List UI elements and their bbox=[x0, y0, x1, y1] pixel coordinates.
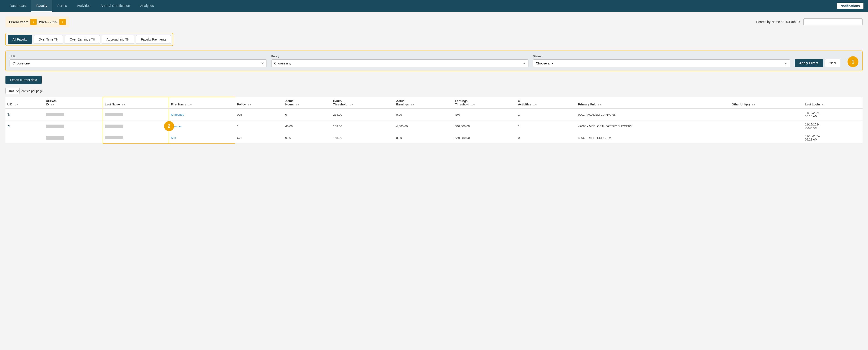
cell-earnings-threshold-3: $50,280.00 bbox=[453, 132, 516, 144]
search-input[interactable] bbox=[803, 19, 863, 25]
cell-firstname-3: Kim bbox=[169, 132, 235, 144]
cell-last-login-3: 11/15/202409:21 AM bbox=[803, 132, 863, 144]
cell-other-units-2 bbox=[730, 120, 803, 132]
navbar: Dashboard Faculty Forms Activities Annua… bbox=[0, 0, 868, 12]
status-filter-select[interactable]: Choose any bbox=[533, 59, 790, 67]
table-row: ↻ Thomas 2 1 40.00 168.00 4,000.00 $40,0… bbox=[5, 120, 863, 132]
nav-item-annual-certification[interactable]: Annual Certification bbox=[95, 0, 135, 12]
policy-filter-group: Policy: Choose any bbox=[271, 55, 528, 67]
unit-filter-select[interactable]: Choose one bbox=[9, 59, 267, 67]
cell-ucpath-3 bbox=[44, 132, 103, 144]
sort-uid-icon[interactable]: ▲▼ bbox=[14, 104, 18, 106]
page-body: Fiscal Year: ‹ 2024 - 2025 › Search by N… bbox=[0, 12, 868, 350]
col-other-units: Other Unit(s) ▲▼ bbox=[730, 97, 803, 109]
search-label: Search by Name or UCPath ID: bbox=[756, 20, 801, 24]
cell-activities-2: 1 bbox=[516, 120, 576, 132]
cell-lastname-3 bbox=[103, 132, 169, 144]
cell-uid-2: ↻ bbox=[5, 120, 44, 132]
cell-firstname-1: Kimberley bbox=[169, 109, 235, 120]
col-earnings-threshold: EarningsThreshold ▲▼ bbox=[453, 97, 516, 109]
fiscal-search-row: Fiscal Year: ‹ 2024 - 2025 › Search by N… bbox=[5, 17, 863, 27]
notifications-button[interactable]: Notifications bbox=[837, 3, 863, 9]
cell-ucpath-1 bbox=[44, 109, 103, 120]
sort-hours-threshold-icon[interactable]: ▲▼ bbox=[349, 104, 353, 106]
tab-over-earnings-th[interactable]: Over Earnings TH bbox=[65, 35, 100, 44]
col-actual-hours: ActualHours ▲▼ bbox=[284, 97, 331, 109]
fiscal-prev-button[interactable]: ‹ bbox=[30, 19, 37, 25]
cell-primary-unit-1: 0001 - ACADEMIC AFFAIRS bbox=[576, 109, 730, 120]
cell-actual-hours-3: 0.00 bbox=[284, 132, 331, 144]
entries-per-page-row: 102550100 entries per page bbox=[5, 88, 863, 94]
row-expand-icon-2[interactable]: ↻ bbox=[7, 124, 10, 128]
cell-actual-earnings-3: 0.00 bbox=[394, 132, 453, 144]
sort-last-login-icon[interactable]: ▼ bbox=[822, 104, 824, 106]
cell-policy-3: 671 bbox=[235, 132, 283, 144]
sort-firstname-icon[interactable]: ▲▼ bbox=[188, 104, 192, 106]
col-ucpath-id: UCPathID ▲▼ bbox=[44, 97, 103, 109]
cell-policy-1: 025 bbox=[235, 109, 283, 120]
nav-item-faculty[interactable]: Faculty bbox=[31, 0, 52, 12]
col-first-name: First Name ▲▼ bbox=[169, 97, 235, 109]
row-expand-icon-1[interactable]: ↻ bbox=[7, 113, 10, 117]
sort-other-units-icon[interactable]: ▲▼ bbox=[751, 104, 755, 106]
col-hours-threshold: HoursThreshold ▲▼ bbox=[331, 97, 394, 109]
fiscal-year-label: Fiscal Year: bbox=[9, 20, 28, 24]
entries-per-page-select[interactable]: 102550100 bbox=[5, 88, 20, 94]
cell-other-units-1 bbox=[730, 109, 803, 120]
sort-ucpath-icon[interactable]: ▲▼ bbox=[51, 104, 55, 106]
cell-lastname-1 bbox=[103, 109, 169, 120]
unit-filter-label: Unit: bbox=[9, 55, 267, 58]
cell-ucpath-2 bbox=[44, 120, 103, 132]
nav-item-analytics[interactable]: Analytics bbox=[135, 0, 159, 12]
tab-over-time-th[interactable]: Over Time TH bbox=[34, 35, 63, 44]
status-filter-group: Status: Choose any bbox=[533, 55, 790, 67]
table-row: Kim 671 0.00 168.00 0.00 $50,280.00 0 49… bbox=[5, 132, 863, 144]
faculty-table-wrap: UID ▲▼ UCPathID ▲▼ Last Name ▲▼ First Na… bbox=[5, 97, 863, 144]
nav-item-dashboard[interactable]: Dashboard bbox=[5, 0, 31, 12]
col-uid: UID ▲▼ bbox=[5, 97, 44, 109]
search-area: Search by Name or UCPath ID: bbox=[756, 19, 863, 25]
fiscal-next-button[interactable]: › bbox=[59, 19, 66, 25]
fiscal-year-value: 2024 - 2025 bbox=[39, 20, 57, 24]
apply-filters-button[interactable]: Apply Filters bbox=[795, 59, 823, 67]
cell-actual-earnings-1: 0.00 bbox=[394, 109, 453, 120]
sort-actual-hours-icon[interactable]: ▲▼ bbox=[296, 104, 300, 106]
nav-item-activities[interactable]: Activities bbox=[72, 0, 95, 12]
nav-item-forms[interactable]: Forms bbox=[52, 0, 72, 12]
col-actual-earnings: ActualEarnings ▲▼ bbox=[394, 97, 453, 109]
sort-primary-unit-icon[interactable]: ▲▼ bbox=[597, 104, 601, 106]
faculty-name-link-1[interactable]: Kimberley bbox=[171, 113, 184, 116]
tabs-row: All Faculty Over Time TH Over Earnings T… bbox=[5, 33, 173, 46]
faculty-name-link-3[interactable]: Kim bbox=[171, 136, 176, 139]
cell-actual-hours-1: 0 bbox=[284, 109, 331, 120]
clear-filters-button[interactable]: Clear bbox=[825, 59, 840, 67]
export-button[interactable]: Export current data bbox=[5, 76, 42, 84]
cell-earnings-threshold-2: $40,000.00 bbox=[453, 120, 516, 132]
cell-uid-1: ↻ bbox=[5, 109, 44, 120]
filter-badge-1: 1 bbox=[847, 56, 859, 67]
sort-actual-earnings-icon[interactable]: ▲▼ bbox=[410, 104, 415, 106]
sort-activities-icon[interactable]: ▲▼ bbox=[533, 104, 537, 106]
cell-last-login-2: 11/19/202409:35 AM bbox=[803, 120, 863, 132]
fiscal-year-selector: Fiscal Year: ‹ 2024 - 2025 › bbox=[5, 17, 69, 27]
col-policy: Policy ▲▼ bbox=[235, 97, 283, 109]
cell-hours-threshold-3: 168.00 bbox=[331, 132, 394, 144]
col-primary-unit: Primary Unit ▲▼ bbox=[576, 97, 730, 109]
sort-lastname-icon[interactable]: ▲▼ bbox=[122, 104, 126, 106]
cell-firstname-2: Thomas 2 bbox=[169, 120, 235, 132]
sort-earnings-threshold-icon[interactable]: ▲▼ bbox=[471, 104, 475, 106]
tab-faculty-payments[interactable]: Faculty Payments bbox=[136, 35, 171, 44]
cell-last-login-1: 11/19/202410:10 AM bbox=[803, 109, 863, 120]
tab-all-faculty[interactable]: All Faculty bbox=[8, 35, 32, 44]
col-num-activities: #Activities ▲▼ bbox=[516, 97, 576, 109]
unit-filter-group: Unit: Choose one bbox=[9, 55, 267, 67]
cell-actual-hours-2: 40.00 bbox=[284, 120, 331, 132]
tab-approaching-th[interactable]: Approaching TH bbox=[102, 35, 134, 44]
cell-policy-2: 1 bbox=[235, 120, 283, 132]
sort-policy-icon[interactable]: ▲▼ bbox=[247, 104, 251, 106]
col-last-name: Last Name ▲▼ bbox=[103, 97, 169, 109]
policy-filter-select[interactable]: Choose any bbox=[271, 59, 528, 67]
entries-per-page-label: entries per page bbox=[21, 89, 43, 93]
cell-primary-unit-2: 49068 - MED: ORTHOPEDIC SURGERY bbox=[576, 120, 730, 132]
cell-other-units-3 bbox=[730, 132, 803, 144]
